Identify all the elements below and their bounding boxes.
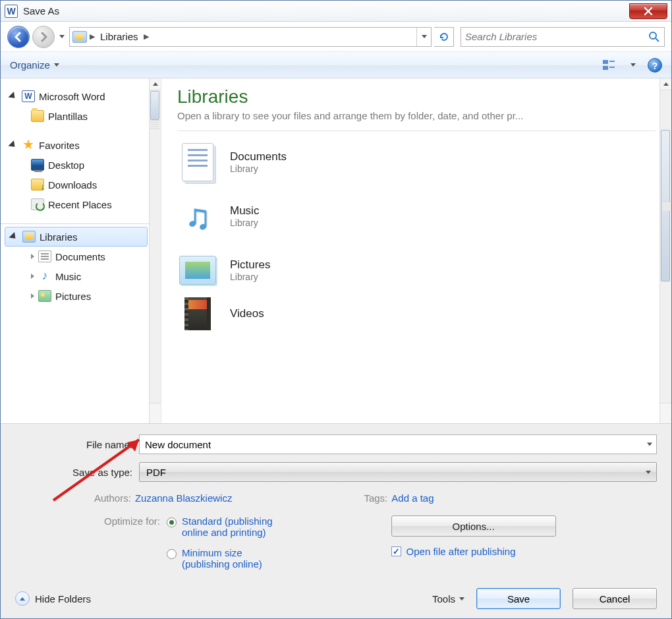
change-view-button[interactable] [602,58,619,73]
tags-label: Tags: [364,492,387,504]
titlebar: W Save As [1,1,671,22]
organize-menu[interactable]: Organize [10,59,59,71]
chevron-up-icon [15,591,30,606]
library-item-music[interactable]: ♫ MusicLibrary [177,189,656,243]
tree-item-music[interactable]: ♪ Music [1,266,161,286]
tree-item-documents[interactable]: Documents [1,247,161,266]
scroll-grip-icon [150,121,159,130]
view-icon [603,59,617,71]
filename-input[interactable]: New document [139,434,657,454]
options-button[interactable]: Options... [391,516,556,537]
save-as-type-dropdown[interactable]: PDF [139,462,657,482]
checkbox-label: Open file after publishing [406,546,516,557]
optimize-standard-radio[interactable]: Standard (publishingonline and printing) [167,516,273,538]
breadcrumb-libraries[interactable]: Libraries [98,31,141,42]
refresh-button[interactable] [434,27,454,47]
back-button[interactable] [7,26,30,48]
scroll-thumb[interactable] [150,91,159,120]
tree-item-downloads[interactable]: Downloads [1,175,161,194]
arrow-left-icon [13,32,24,42]
help-button[interactable]: ? [648,58,662,73]
tree-label: Desktop [48,160,84,171]
libraries-icon [72,31,87,43]
tree-item-plantillas[interactable]: Plantillas [1,106,161,126]
tree-item-libraries[interactable]: Libraries [5,227,148,247]
tree-label: Pictures [55,291,91,302]
library-label: Videos [230,307,264,320]
authors-label: Authors: [94,492,131,504]
checkbox-checked-icon: ✓ [391,546,401,556]
nav-history-dropdown[interactable] [57,26,67,48]
library-type: Library [230,163,287,174]
organize-label: Organize [10,59,50,71]
scroll-up-icon[interactable] [660,78,671,90]
svg-rect-3 [609,61,615,62]
pictures-icon [38,290,51,302]
content-scrollbar[interactable] [659,78,671,423]
tree-item-word[interactable]: W Microsoft Word [1,86,161,106]
save-button[interactable]: Save [476,588,561,609]
chevron-down-icon [54,63,59,67]
scroll-down-icon[interactable] [150,403,161,423]
search-box[interactable] [461,27,665,47]
library-label: Music [230,204,259,218]
document-icon [38,251,51,262]
tree-label: Microsoft Word [39,91,105,102]
scroll-thumb[interactable] [661,130,670,281]
optimize-label: Optimize for: [94,516,160,570]
filename-label: File name: [15,439,139,450]
tree-item-recent[interactable]: Recent Places [1,194,161,214]
close-button[interactable] [629,3,667,19]
hide-folders-label: Hide Folders [35,593,91,604]
videos-icon [184,297,211,330]
radio-checked-icon [167,517,177,527]
scroll-down-icon[interactable] [660,403,671,423]
library-item-videos[interactable]: Videos [177,297,656,330]
close-icon [644,7,653,16]
svg-point-0 [650,32,656,39]
radio-label: Standard (publishing [182,516,273,527]
expander-open-icon [9,232,18,241]
tree-item-favorites[interactable]: ★ Favorites [1,135,161,155]
expander-closed-icon [31,274,34,279]
save-as-type-value: PDF [146,467,166,478]
optimize-minimum-radio[interactable]: Minimum size(publishing online) [167,547,273,570]
tree-label: Favorites [39,140,80,151]
expander-open-icon [9,140,18,150]
search-input[interactable] [465,31,648,42]
tools-label: Tools [432,593,455,604]
recent-icon [31,198,44,210]
tools-menu[interactable]: Tools [432,593,464,604]
filename-dropdown[interactable] [647,443,652,446]
breadcrumb-bar[interactable]: ▶ Libraries ▶ [69,27,432,47]
content-subtitle: Open a library to see your files and arr… [177,110,656,121]
word-icon: W [22,90,35,102]
filename-value: New document [145,439,211,450]
view-dropdown[interactable] [630,63,636,67]
music-icon: ♪ [38,270,51,282]
music-icon: ♫ [185,196,211,236]
libraries-icon [22,231,36,243]
forward-button[interactable] [32,26,55,48]
tree-item-desktop[interactable]: Desktop [1,155,161,175]
nav-scrollbar[interactable] [149,78,161,423]
body: W Microsoft Word Plantillas ★ Favorites … [1,78,671,424]
library-item-documents[interactable]: DocumentsLibrary [177,135,656,189]
cancel-button[interactable]: Cancel [573,588,657,609]
expander-closed-icon [31,254,34,259]
scroll-up-icon[interactable] [150,78,161,90]
library-type: Library [230,272,270,282]
breadcrumb-dropdown[interactable] [416,28,431,46]
hide-folders-button[interactable]: Hide Folders [15,591,91,606]
radio-label: online and printing) [182,527,266,538]
authors-value[interactable]: Zuzanna Blaszkiewicz [135,492,233,504]
open-after-checkbox[interactable]: ✓ Open file after publishing [391,546,516,557]
library-item-pictures[interactable]: PicturesLibrary [177,243,656,297]
star-icon: ★ [22,139,35,151]
chevron-down-icon [459,597,464,601]
tree-item-pictures[interactable]: Pictures [1,286,161,306]
tree-label: Plantillas [48,111,88,122]
navigation-pane: W Microsoft Word Plantillas ★ Favorites … [1,78,161,423]
tags-value[interactable]: Add a tag [391,492,434,504]
library-label: Pictures [230,258,270,272]
